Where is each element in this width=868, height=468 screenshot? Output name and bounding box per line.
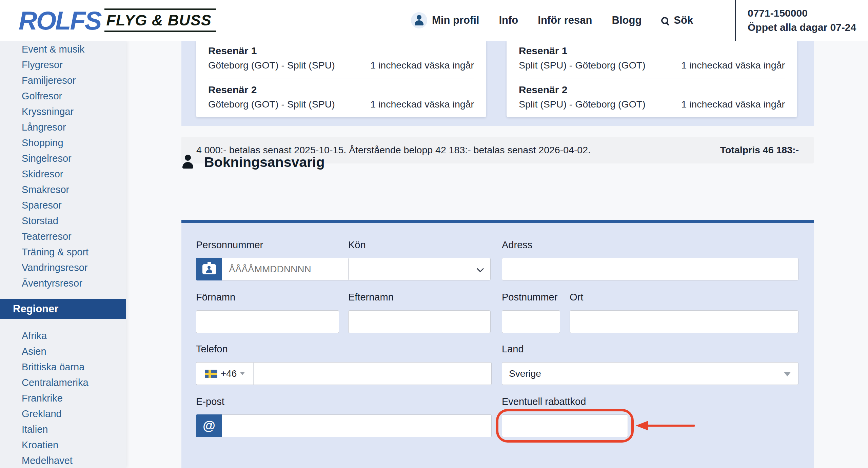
epost-input[interactable] xyxy=(222,414,492,437)
sidebar-region-item[interactable]: Afrika xyxy=(0,328,126,344)
land-label: Land xyxy=(502,344,524,355)
rabattkod-label: Eventuell rabattkod xyxy=(502,396,586,407)
kon-select[interactable] xyxy=(348,258,491,280)
postnummer-label: Postnummer xyxy=(502,292,557,303)
header-contact: 0771-150000 Öppet alla dagar 07-24 xyxy=(735,0,868,41)
trip-summary-section: Resenär 1 Göteborg (GOT) - Split (SPU) 1… xyxy=(181,41,814,126)
epost-label: E-post xyxy=(196,396,224,407)
ort-input[interactable] xyxy=(570,310,798,333)
telefon-label: Telefon xyxy=(196,344,228,355)
search-icon xyxy=(661,17,668,24)
traveler-route: Split (SPU) - Göteborg (GOT) xyxy=(519,99,646,110)
site-header: ROLFS FLYG & BUSS Min profil Info Inför … xyxy=(0,0,868,41)
efternamn-input[interactable] xyxy=(348,310,491,333)
sidebar-category-item[interactable]: Långresor xyxy=(0,119,126,135)
sidebar-category-item[interactable]: Vandringsresor xyxy=(0,260,126,275)
dial-code: +46 xyxy=(221,368,237,379)
chevron-down-icon xyxy=(477,265,484,272)
fornamn-label: Förnamn xyxy=(196,292,235,303)
telefon-input[interactable] xyxy=(254,362,492,385)
traveler-route: Göteborg (GOT) - Split (SPU) xyxy=(208,60,335,71)
nav-info[interactable]: Info xyxy=(499,14,518,26)
booking-responsible-heading: Bokningsansvarig xyxy=(179,153,324,171)
sidebar: Event & musik Flygresor Familjeresor Gol… xyxy=(0,41,126,468)
sidebar-region-item[interactable]: Brittiska öarna xyxy=(0,359,126,375)
sidebar-category-item[interactable]: Familjeresor xyxy=(0,73,126,88)
traveler-baggage: 1 incheckad väska ingår xyxy=(370,60,474,71)
traveler-baggage: 1 incheckad väska ingår xyxy=(681,99,785,110)
traveler-title: Resenär 1 xyxy=(519,41,785,57)
traveler-baggage: 1 incheckad väska ingår xyxy=(681,60,785,71)
sidebar-category-item[interactable]: Sparesor xyxy=(0,197,126,213)
sidebar-category-list: Event & musik Flygresor Familjeresor Gol… xyxy=(0,41,126,291)
nav-infor-resan[interactable]: Inför resan xyxy=(538,14,592,26)
traveler-route: Göteborg (GOT) - Split (SPU) xyxy=(208,99,335,110)
sidebar-category-item[interactable]: Event & musik xyxy=(0,41,126,57)
sidebar-category-item[interactable]: Shopping xyxy=(0,135,126,151)
nav-blogg[interactable]: Blogg xyxy=(612,14,642,26)
nav-info-label: Info xyxy=(499,14,518,26)
person-icon xyxy=(179,153,197,171)
sidebar-region-item[interactable]: Kroatien xyxy=(0,437,126,453)
nav-blogg-label: Blogg xyxy=(612,14,642,26)
postnummer-input[interactable] xyxy=(502,310,560,333)
personnummer-group xyxy=(196,258,339,280)
annotation-arrow xyxy=(647,425,695,427)
opening-hours: Öppet alla dagar 07-24 xyxy=(748,22,868,33)
traveler-title: Resenär 2 xyxy=(208,78,474,96)
sidebar-category-item[interactable]: Kryssningar xyxy=(0,104,126,119)
sidebar-category-item[interactable]: Flygresor xyxy=(0,57,126,73)
kon-label: Kön xyxy=(348,239,366,251)
fornamn-input[interactable] xyxy=(196,310,339,333)
personnummer-input[interactable] xyxy=(222,258,358,280)
adress-input[interactable] xyxy=(502,258,798,280)
annotation-arrow-head xyxy=(636,421,648,430)
traveler-title: Resenär 1 xyxy=(208,41,474,57)
caret-down-icon xyxy=(784,372,791,376)
sidebar-category-item[interactable]: Smakresor xyxy=(0,182,126,197)
nav-min-profil[interactable]: Min profil xyxy=(411,12,479,28)
sidebar-region-item[interactable]: Frankrike xyxy=(0,390,126,406)
traveler-route: Split (SPU) - Göteborg (GOT) xyxy=(519,60,646,71)
user-icon xyxy=(411,12,427,28)
main-nav: Min profil Info Inför resan Blogg Sök xyxy=(411,0,693,41)
sidebar-category-item[interactable]: Storstad xyxy=(0,213,126,229)
sidebar-region-item[interactable]: Italien xyxy=(0,422,126,437)
country-code-dropdown[interactable]: +46 xyxy=(196,362,254,385)
traveler-title: Resenär 2 xyxy=(519,78,785,96)
sidebar-region-item[interactable]: Centralamerika xyxy=(0,375,126,390)
sidebar-category-item[interactable]: Skidresor xyxy=(0,166,126,182)
sidebar-category-item[interactable]: Golfresor xyxy=(0,88,126,104)
rabattkod-input[interactable] xyxy=(502,414,628,437)
booking-form: Personnummer Kön Adress Förnamn Efternam… xyxy=(181,220,814,468)
sidebar-category-item[interactable]: Äventyrsresor xyxy=(0,275,126,291)
caret-down-icon xyxy=(240,372,245,375)
trip-card-outbound: Resenär 1 Göteborg (GOT) - Split (SPU) 1… xyxy=(196,41,486,117)
traveler-baggage: 1 incheckad väska ingår xyxy=(370,99,474,110)
land-select[interactable]: Sverige xyxy=(502,362,798,385)
sidebar-category-item[interactable]: Singelresor xyxy=(0,151,126,166)
epost-group: @ xyxy=(196,414,492,437)
sidebar-section-regioner[interactable]: Regioner xyxy=(0,299,126,319)
id-card-icon xyxy=(196,258,222,280)
sidebar-category-item[interactable]: Träning & sport xyxy=(0,244,126,260)
nav-min-profil-label: Min profil xyxy=(432,14,479,26)
ort-label: Ort xyxy=(570,292,583,303)
nav-sok-label: Sök xyxy=(674,14,693,26)
logo[interactable]: ROLFS FLYG & BUSS xyxy=(19,0,216,41)
sidebar-category-item[interactable]: Teaterresor xyxy=(0,229,126,244)
personnummer-label: Personnummer xyxy=(196,239,263,251)
sweden-flag-icon xyxy=(205,370,217,378)
logo-flyg-buss-text: FLYG & BUSS xyxy=(104,8,216,32)
at-sign-icon: @ xyxy=(196,414,222,437)
total-price: Totalpris 46 183:- xyxy=(720,144,799,156)
efternamn-label: Efternamn xyxy=(348,292,394,303)
sidebar-region-item[interactable]: Asien xyxy=(0,344,126,359)
nav-infor-resan-label: Inför resan xyxy=(538,14,592,26)
adress-label: Adress xyxy=(502,239,532,251)
section-title: Bokningsansvarig xyxy=(204,154,324,170)
sidebar-region-item[interactable]: Grekland xyxy=(0,406,126,422)
sidebar-region-item[interactable]: Medelhavet xyxy=(0,453,126,468)
telefon-group: +46 xyxy=(196,362,492,385)
nav-sok[interactable]: Sök xyxy=(661,14,693,26)
